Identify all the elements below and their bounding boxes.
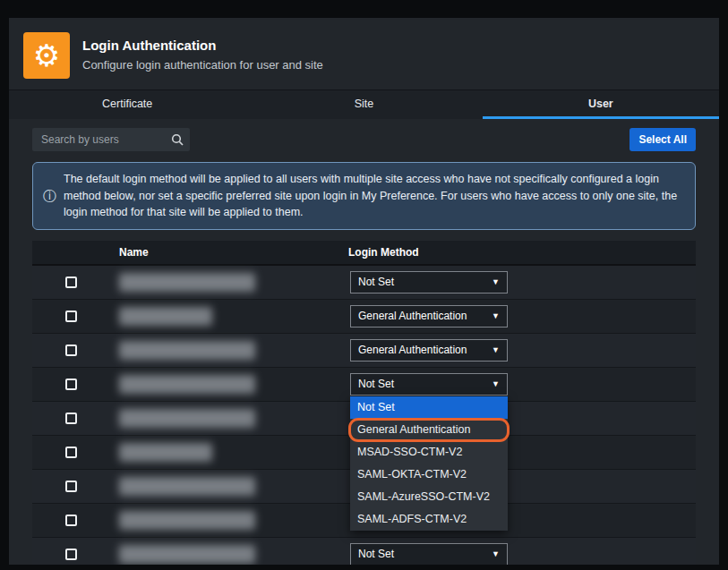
login-authentication-panel: ⚙ Login Authentication Configure login a… xyxy=(9,18,719,565)
menu-item-saml-okta-ctm-v2[interactable]: SAML-OKTA-CTM-V2 xyxy=(350,464,508,486)
chevron-down-icon: ▼ xyxy=(492,379,500,388)
row-checkbox[interactable] xyxy=(65,447,77,458)
login-method-dropdown[interactable]: General Authentication ▼ xyxy=(350,339,508,362)
tab-user[interactable]: User xyxy=(483,90,719,119)
page-subtitle: Configure login authentication for user … xyxy=(82,58,323,72)
menu-item-not-set[interactable]: Not Set xyxy=(350,396,508,419)
redacted-user-name xyxy=(119,545,255,564)
table-row: Not Set ▼ xyxy=(32,266,696,300)
login-method-dropdown[interactable]: Not Set ▼ xyxy=(350,271,508,294)
row-checkbox[interactable] xyxy=(65,276,77,288)
redacted-user-name xyxy=(119,341,255,360)
login-method-value: Not Set xyxy=(358,548,394,560)
menu-item-saml-azuresso-ctm-v2[interactable]: SAML-AzureSSO-CTM-V2 xyxy=(350,486,508,508)
tab-certificate[interactable]: Certificate xyxy=(9,90,245,119)
login-method-menu: Not Set General Authentication MSAD-SSO-… xyxy=(350,396,508,531)
tab-label: Certificate xyxy=(102,98,152,110)
redacted-user-name xyxy=(119,307,212,326)
chevron-down-icon: ▼ xyxy=(492,277,500,286)
gear-icon: ⚙ xyxy=(23,32,70,79)
table-row: General Authentication ▼ xyxy=(32,300,696,334)
redacted-user-name xyxy=(119,273,255,292)
row-checkbox[interactable] xyxy=(65,311,77,322)
login-method-dropdown[interactable]: Not Set ▼ xyxy=(350,543,508,566)
info-banner-text: The default login method will be applied… xyxy=(64,173,677,218)
chevron-down-icon: ▼ xyxy=(492,345,500,354)
login-method-value: Not Set xyxy=(358,378,394,390)
redacted-user-name xyxy=(119,375,255,394)
tab-site[interactable]: Site xyxy=(245,90,482,119)
menu-item-saml-adfs-ctm-v2[interactable]: SAML-ADFS-CTM-V2 xyxy=(350,508,508,531)
redacted-user-name xyxy=(119,409,255,428)
table-row: General Authentication ▼ xyxy=(32,334,696,368)
user-table: Name Login Method Not Set ▼ General Auth… xyxy=(32,241,696,566)
redacted-user-name xyxy=(119,477,255,496)
search-input[interactable] xyxy=(32,128,190,151)
info-banner: ⓘ The default login method will be appli… xyxy=(32,162,696,230)
chevron-down-icon: ▼ xyxy=(492,311,500,320)
row-checkbox[interactable] xyxy=(65,345,77,356)
login-method-dropdown[interactable]: Not Set ▼ Not Set General Authentication… xyxy=(350,373,508,396)
row-checkbox[interactable] xyxy=(65,379,77,390)
row-checkbox[interactable] xyxy=(65,515,77,526)
row-checkbox[interactable] xyxy=(65,413,77,424)
redacted-user-name xyxy=(119,511,255,530)
redacted-user-name xyxy=(119,443,212,462)
table-row: Not Set ▼ Not Set General Authentication… xyxy=(32,368,696,402)
search-wrap xyxy=(32,128,190,151)
table-row: Not Set ▼ xyxy=(32,538,696,566)
toolbar: Select All xyxy=(9,119,719,160)
info-icon: ⓘ xyxy=(43,186,56,206)
tab-label: User xyxy=(588,98,613,110)
table-header: Name Login Method xyxy=(32,241,696,266)
login-method-value: General Authentication xyxy=(358,310,467,322)
tab-bar: Certificate Site User xyxy=(9,89,719,119)
row-checkbox[interactable] xyxy=(65,481,77,492)
select-all-button[interactable]: Select All xyxy=(630,128,696,151)
menu-item-msad-sso-ctm-v2[interactable]: MSAD-SSO-CTM-V2 xyxy=(350,441,508,464)
login-method-value: General Authentication xyxy=(358,344,467,356)
menu-item-general-authentication[interactable]: General Authentication xyxy=(350,419,508,441)
row-checkbox[interactable] xyxy=(65,549,77,560)
tab-label: Site xyxy=(355,98,374,110)
login-method-dropdown[interactable]: General Authentication ▼ xyxy=(350,305,508,328)
page-title: Login Authentication xyxy=(82,38,323,53)
login-method-value: Not Set xyxy=(358,276,394,288)
column-header-name: Name xyxy=(110,246,345,259)
page-header: ⚙ Login Authentication Configure login a… xyxy=(9,18,719,89)
column-header-login-method: Login Method xyxy=(345,246,696,259)
chevron-down-icon: ▼ xyxy=(492,549,500,558)
user-table-body: Not Set ▼ General Authentication ▼ Gen xyxy=(32,266,696,566)
search-icon xyxy=(171,133,184,149)
